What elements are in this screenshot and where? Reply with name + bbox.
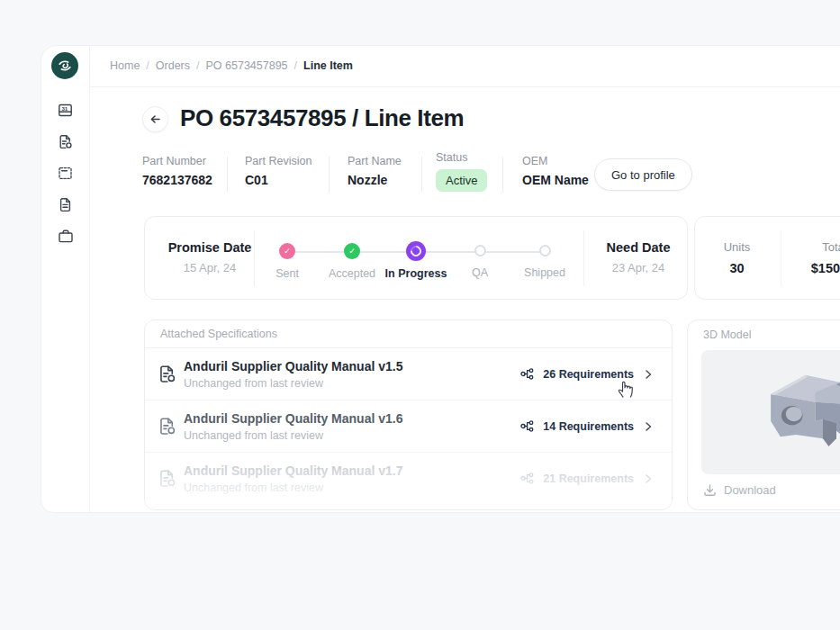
divider: [502, 157, 503, 193]
requirements-count: 21 Requirements: [543, 472, 634, 485]
download-label: Download: [724, 483, 776, 497]
units-value: 30: [708, 261, 766, 275]
step-accepted: ✓ Accepted: [316, 243, 388, 280]
check-circle-icon: ✓: [279, 243, 295, 259]
page: 31: [0, 0, 840, 630]
part-revision-field: Part Revision C01: [245, 155, 312, 187]
file-report-icon: [158, 364, 177, 383]
oem-value: OEM Name: [522, 173, 589, 187]
units-label: Units: [708, 240, 766, 254]
spec-row-v1-6[interactable]: Anduril Supplier Quality Manual v1.6 Unc…: [145, 400, 672, 453]
part-name-label: Part Name: [348, 155, 402, 167]
requirements-count: 26 Requirements: [543, 368, 634, 381]
step-label: Accepted: [316, 267, 388, 280]
go-to-profile-button[interactable]: Go to profile: [594, 158, 692, 191]
step-label: Sent: [251, 267, 323, 280]
breadcrumb-line-item: Line Item: [303, 59, 353, 72]
requirements-link[interactable]: 26 Requirements: [520, 367, 634, 381]
need-date-value: 23 Apr, 24: [591, 261, 686, 274]
requirements-link[interactable]: 21 Requirements: [520, 472, 634, 485]
back-button[interactable]: [142, 106, 168, 132]
page-title: PO 6573457895 / Line Item: [180, 104, 464, 132]
part-meta-row: Part Number 7682137682 Part Revision C01…: [0, 153, 840, 194]
part-name-field: Part Name Nozzle: [348, 155, 402, 187]
status-label: Status: [436, 151, 487, 164]
calendar-icon[interactable]: 31: [53, 103, 78, 118]
step-shipped: Shipped: [509, 243, 581, 279]
breadcrumb-orders[interactable]: Orders: [156, 59, 190, 72]
spec-texts: Anduril Supplier Quality Manual v1.7 Unc…: [184, 464, 520, 494]
document-icon[interactable]: [53, 197, 78, 212]
chevron-right-icon[interactable]: [643, 473, 654, 484]
summary-card: Units 30 Total $150,00: [694, 216, 840, 300]
chevron-right-icon[interactable]: [643, 369, 654, 380]
spec-subtitle: Unchanged from last review: [184, 429, 520, 442]
check-circle-icon: ✓: [344, 243, 360, 259]
total-value: $150,00: [794, 261, 840, 275]
breadcrumb-home[interactable]: Home: [110, 59, 140, 72]
file-report-icon[interactable]: [53, 134, 78, 149]
divider: [329, 157, 330, 193]
part-revision-label: Part Revision: [245, 155, 312, 167]
spec-texts: Anduril Supplier Quality Manual v1.5 Unc…: [184, 359, 520, 390]
model-card: 3D Model: [687, 320, 840, 510]
chevron-right-icon[interactable]: [643, 421, 654, 432]
requirements-link[interactable]: 14 Requirements: [520, 419, 634, 433]
need-date-label: Need Date: [591, 240, 686, 255]
divider: [421, 157, 422, 193]
part-3d-render: [755, 357, 840, 470]
oem-label: OEM: [522, 155, 589, 167]
spec-title: Anduril Supplier Quality Manual v1.5: [184, 359, 520, 374]
spec-row-v1-5[interactable]: Anduril Supplier Quality Manual v1.5 Unc…: [145, 348, 672, 400]
spec-subtitle: Unchanged from last review: [184, 482, 520, 494]
spec-texts: Anduril Supplier Quality Manual v1.6 Unc…: [184, 411, 520, 442]
model-viewport[interactable]: [701, 350, 840, 474]
download-icon: [703, 483, 717, 497]
step-label: In Progress: [380, 267, 452, 280]
briefcase-icon[interactable]: [53, 229, 78, 244]
svg-text:31: 31: [61, 105, 68, 112]
step-in-progress: In Progress: [380, 243, 452, 280]
breadcrumb-separator: /: [294, 59, 297, 72]
total-label: Total: [794, 240, 840, 254]
status-badge: Active: [436, 169, 487, 192]
promise-date-value: 15 Apr, 24: [167, 261, 253, 274]
spec-row-v1-7[interactable]: Anduril Supplier Quality Manual v1.7 Unc…: [145, 453, 672, 505]
download-button[interactable]: Download: [703, 483, 776, 497]
requirements-count: 14 Requirements: [543, 420, 634, 433]
part-number-value: 7682137682: [142, 173, 212, 187]
step-label: Shipped: [509, 266, 581, 279]
spec-subtitle: Unchanged from last review: [184, 377, 520, 390]
attached-specifications-card: Attached Specifications Anduril Supplier…: [144, 320, 673, 510]
total-field: Total $150,00: [794, 240, 840, 275]
pending-circle-icon: [474, 245, 486, 256]
part-revision-value: C01: [245, 173, 312, 187]
dataflow-icon: [520, 472, 535, 485]
specs-card-title: Attached Specifications: [145, 320, 672, 348]
timeline-card: Promise Date 15 Apr, 24 ✓ Sent ✓ Accepte…: [144, 216, 688, 300]
part-name-value: Nozzle: [348, 173, 402, 187]
promise-date-label: Promise Date: [167, 240, 253, 255]
breadcrumb-separator: /: [146, 59, 149, 72]
pending-circle-icon: [539, 245, 551, 256]
step-sent: ✓ Sent: [251, 243, 323, 280]
promise-date: Promise Date 15 Apr, 24: [167, 240, 253, 274]
model-card-title: 3D Model: [688, 320, 840, 348]
divider: [227, 157, 228, 193]
part-number-label: Part Number: [142, 155, 212, 167]
step-label: QA: [444, 266, 516, 279]
company-logo[interactable]: [51, 52, 78, 79]
breadcrumb-po[interactable]: PO 6573457895: [206, 59, 288, 72]
units-field: Units 30: [708, 240, 766, 275]
swirl-logo-icon: [57, 58, 73, 74]
breadcrumb: Home / Orders / PO 6573457895 / Line Ite…: [90, 45, 840, 87]
spec-title: Anduril Supplier Quality Manual v1.6: [184, 411, 520, 426]
spinner-circle-icon: [406, 241, 426, 261]
divider: [583, 230, 584, 286]
sidebar: 31: [41, 45, 90, 513]
dataflow-icon: [520, 367, 535, 381]
spec-title: Anduril Supplier Quality Manual v1.7: [184, 464, 520, 478]
oem-field: OEM OEM Name: [522, 155, 589, 187]
dataflow-icon: [520, 419, 535, 433]
file-report-icon: [158, 469, 177, 488]
